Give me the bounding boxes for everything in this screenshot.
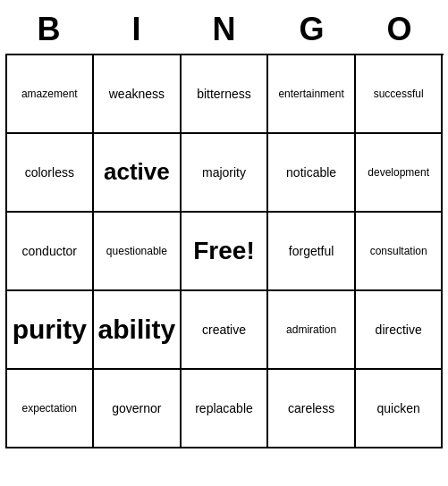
bingo-grid: amazement weakness bitterness entertainm… — [5, 54, 444, 448]
cell-0-3[interactable]: entertainment — [268, 55, 356, 134]
cell-3-4[interactable]: directive — [356, 291, 444, 370]
bingo-header: B I N G O — [5, 7, 444, 52]
header-g: G — [268, 7, 356, 52]
cell-1-4[interactable]: development — [356, 134, 444, 213]
cell-1-1[interactable]: active — [94, 134, 182, 213]
header-i: I — [93, 7, 181, 52]
cell-4-0[interactable]: expectation — [7, 370, 95, 448]
header-n: N — [181, 7, 268, 52]
cell-1-3[interactable]: noticable — [268, 134, 356, 213]
cell-4-1[interactable]: governor — [94, 370, 182, 448]
cell-3-2[interactable]: creative — [182, 291, 269, 370]
bingo-card: B I N G O amazement weakness bitterness … — [5, 7, 444, 448]
cell-0-4[interactable]: successful — [356, 55, 444, 134]
cell-3-0[interactable]: purity — [7, 291, 95, 370]
cell-2-4[interactable]: consultation — [356, 213, 444, 291]
cell-0-1[interactable]: weakness — [94, 55, 182, 134]
cell-2-1[interactable]: questionable — [94, 213, 182, 291]
cell-2-3[interactable]: forgetful — [268, 213, 356, 291]
header-b: B — [5, 7, 93, 52]
cell-2-2[interactable]: Free! — [182, 213, 269, 291]
header-o: O — [356, 7, 444, 52]
cell-2-0[interactable]: conductor — [7, 213, 95, 291]
cell-1-0[interactable]: colorless — [7, 134, 95, 213]
cell-4-4[interactable]: quicken — [356, 370, 444, 448]
cell-4-2[interactable]: replacable — [182, 370, 269, 448]
cell-4-3[interactable]: careless — [268, 370, 356, 448]
cell-0-0[interactable]: amazement — [7, 55, 95, 134]
cell-1-2[interactable]: majority — [182, 134, 269, 213]
cell-3-3[interactable]: admiration — [268, 291, 356, 370]
cell-0-2[interactable]: bitterness — [182, 55, 269, 134]
cell-3-1[interactable]: ability — [94, 291, 182, 370]
